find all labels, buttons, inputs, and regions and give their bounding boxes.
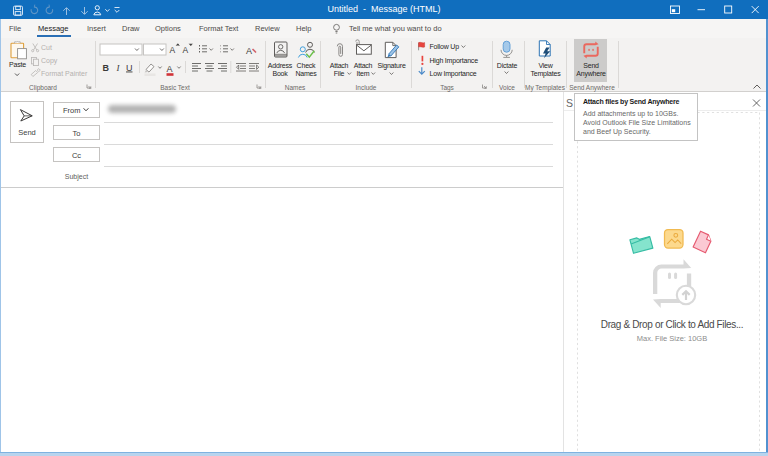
svg-text:U: U: [126, 63, 133, 73]
svg-text:B: B: [103, 63, 110, 73]
svg-text:A: A: [183, 45, 189, 55]
svg-text:A: A: [170, 45, 176, 55]
svg-text:A: A: [167, 64, 173, 74]
svg-text:A: A: [246, 46, 252, 56]
svg-text:I: I: [116, 63, 121, 73]
